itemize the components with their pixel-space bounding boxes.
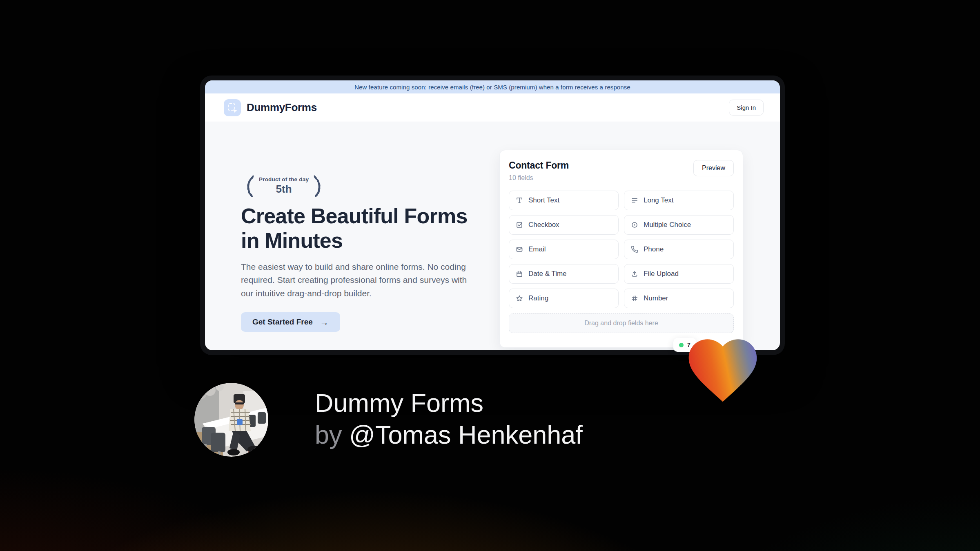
arrow-right-icon: → <box>320 318 329 327</box>
field-type-date-time[interactable]: Date & Time <box>509 264 619 284</box>
product-of-the-day-badge: Product of the day 5th <box>241 174 327 197</box>
email-icon <box>516 246 523 253</box>
field-label: File Upload <box>644 270 679 278</box>
star-icon <box>516 295 523 302</box>
brand-logo[interactable]: DummyForms <box>224 99 317 116</box>
avatar <box>194 383 268 457</box>
brand-name: DummyForms <box>247 101 317 114</box>
field-type-rating[interactable]: Rating <box>509 289 619 308</box>
field-type-long-text[interactable]: Long Text <box>624 191 734 210</box>
attribution-block: Dummy Forms by @Tomas Henkenhaf <box>315 387 583 451</box>
heart-icon <box>682 329 764 404</box>
preview-button[interactable]: Preview <box>693 160 734 176</box>
field-type-file-upload[interactable]: File Upload <box>624 264 734 284</box>
field-label: Email <box>528 245 546 253</box>
upload-icon <box>631 270 638 278</box>
form-builder-card: Contact Form 10 fields Preview <box>499 150 743 348</box>
multiple-choice-icon <box>631 221 638 229</box>
field-label: Multiple Choice <box>644 221 691 229</box>
field-type-phone[interactable]: Phone <box>624 240 734 259</box>
field-type-short-text[interactable]: Short Text <box>509 191 619 210</box>
byline-name: @Tomas Henkenhaf <box>349 420 583 449</box>
announcement-banner: New feature coming soon: receive emails … <box>205 80 780 93</box>
potd-label: Product of the day <box>259 176 309 182</box>
sign-in-button[interactable]: Sign In <box>729 100 764 116</box>
field-label: Long Text <box>644 196 673 204</box>
top-nav: DummyForms Sign In <box>205 93 780 122</box>
hero-section: Product of the day 5th <box>241 174 482 332</box>
field-type-checkbox[interactable]: Checkbox <box>509 215 619 235</box>
avatar-photo <box>194 383 268 457</box>
attribution-byline: by @Tomas Henkenhaf <box>315 419 583 451</box>
potd-rank: 5th <box>259 183 309 196</box>
field-type-email[interactable]: Email <box>509 240 619 259</box>
byline-prefix: by <box>315 420 342 449</box>
long-text-icon <box>631 197 638 204</box>
get-started-label: Get Started Free <box>252 318 313 327</box>
short-text-icon <box>516 197 523 204</box>
laurel-left-icon <box>241 174 256 197</box>
attribution-title: Dummy Forms <box>315 387 583 419</box>
drag-drop-text: Drag and drop fields here <box>584 320 658 327</box>
field-label: Phone <box>644 245 664 253</box>
calendar-icon <box>516 270 523 278</box>
announcement-text: New feature coming soon: receive emails … <box>354 84 630 91</box>
promo-canvas: New feature coming soon: receive emails … <box>0 0 980 551</box>
checkbox-icon <box>516 221 523 229</box>
form-title: Contact Form <box>509 160 569 171</box>
get-started-button[interactable]: Get Started Free → <box>241 312 340 332</box>
phone-icon <box>631 246 638 253</box>
page-title: Create Beautiful Forms in Minutes <box>241 204 470 253</box>
dummyforms-logo-icon <box>224 99 241 116</box>
hero-subtext: The easiest way to build and share onlin… <box>241 260 476 300</box>
laurel-right-icon <box>311 174 327 197</box>
field-label: Checkbox <box>528 221 559 229</box>
field-type-multiple-choice[interactable]: Multiple Choice <box>624 215 734 235</box>
field-label: Date & Time <box>528 270 567 278</box>
cursor-icon <box>233 109 238 114</box>
field-count: 10 fields <box>509 174 569 182</box>
hash-icon <box>631 295 638 302</box>
field-label: Number <box>644 294 668 302</box>
app-window-content: New feature coming soon: receive emails … <box>205 80 780 350</box>
main-content: Product of the day 5th <box>205 122 780 350</box>
field-type-grid: Short Text Long Text <box>509 191 734 308</box>
app-window: New feature coming soon: receive emails … <box>200 76 785 355</box>
field-type-number[interactable]: Number <box>624 289 734 308</box>
field-label: Rating <box>528 294 548 302</box>
field-label: Short Text <box>528 196 559 204</box>
